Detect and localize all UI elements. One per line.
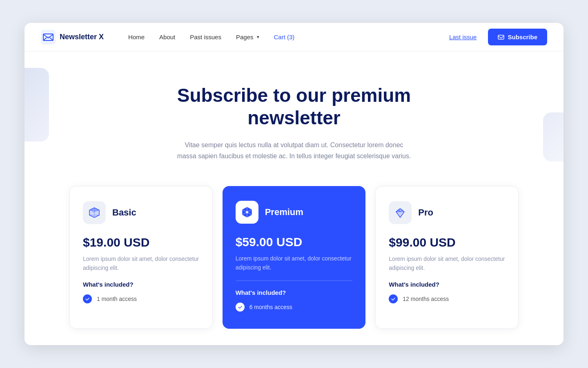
premium-name: Premium [265,207,303,218]
premium-divider [236,280,353,281]
premium-price: $59.00 USD [236,235,353,249]
premium-icon-wrap [236,201,258,224]
last-issue-link[interactable]: Last issue [449,34,477,40]
nav-right: Last issue Subscribe [449,29,547,45]
basic-price: $19.00 USD [83,236,199,249]
hero-decoration-left [24,68,49,141]
premium-whats-included: What's included? [236,289,353,296]
premium-check-0 [236,303,245,312]
chevron-down-icon: ▾ [257,34,259,40]
svg-rect-2 [498,35,504,39]
browser-window: Newsletter X Home About Past issues Page… [24,23,564,345]
card-pro-header: Pro [389,201,505,224]
navbar: Newsletter X Home About Past issues Page… [24,23,564,52]
basic-check-0 [83,294,92,303]
brand-name: Newsletter X [60,33,104,41]
basic-icon [88,206,101,219]
pro-price: $99.00 USD [389,236,505,249]
nav-pages[interactable]: Pages ▾ [236,34,259,40]
pro-icon-wrap [389,201,412,224]
hero-decoration-right [543,112,564,162]
pricing-cards: Basic $19.00 USD Lorem ipsum dolor sit a… [69,186,519,329]
basic-whats-included: What's included? [83,281,199,288]
pricing-section: Basic $19.00 USD Lorem ipsum dolor sit a… [24,186,564,345]
hero-subtitle: Vitae semper quis lectus nulla at volutp… [176,139,412,162]
nav-about[interactable]: About [159,34,175,40]
premium-feature-0: 6 months access [236,303,353,312]
basic-feature-0: 1 month access [83,294,199,303]
subscribe-button[interactable]: Subscribe [488,29,547,45]
mail-icon [498,34,504,40]
nav-past-issues[interactable]: Past issues [190,34,221,40]
pro-icon [394,206,407,219]
hero-title: Subscribe to our premium newsletter [151,84,437,129]
hero-section: Subscribe to our premium newsletter Vita… [24,52,564,186]
pro-name: Pro [418,207,433,218]
logo-icon [41,30,56,45]
card-premium-header: Premium [236,201,353,224]
nav-links: Home About Past issues Pages ▾ Cart (3) [128,34,449,40]
nav-home[interactable]: Home [128,34,145,40]
svg-point-3 [246,211,248,213]
pro-check-0 [389,294,398,303]
pro-feature-0: 12 months access [389,294,505,303]
card-premium: Premium $59.00 USD Lorem ipsum dolor sit… [223,186,366,329]
basic-icon-wrap [83,201,106,224]
logo[interactable]: Newsletter X [41,30,104,45]
premium-desc: Lorem ipsum dolor sit amet, dolor consec… [236,254,353,272]
card-basic: Basic $19.00 USD Lorem ipsum dolor sit a… [69,186,213,329]
premium-icon [241,206,254,219]
nav-cart[interactable]: Cart (3) [274,34,295,40]
pro-whats-included: What's included? [389,281,505,288]
card-basic-header: Basic [83,201,199,224]
basic-name: Basic [112,207,136,218]
basic-desc: Lorem ipsum dolor sit amet, dolor consec… [83,254,199,273]
card-pro: Pro $99.00 USD Lorem ipsum dolor sit ame… [375,186,519,329]
pro-desc: Lorem ipsum dolor sit amet, dolor consec… [389,254,505,273]
